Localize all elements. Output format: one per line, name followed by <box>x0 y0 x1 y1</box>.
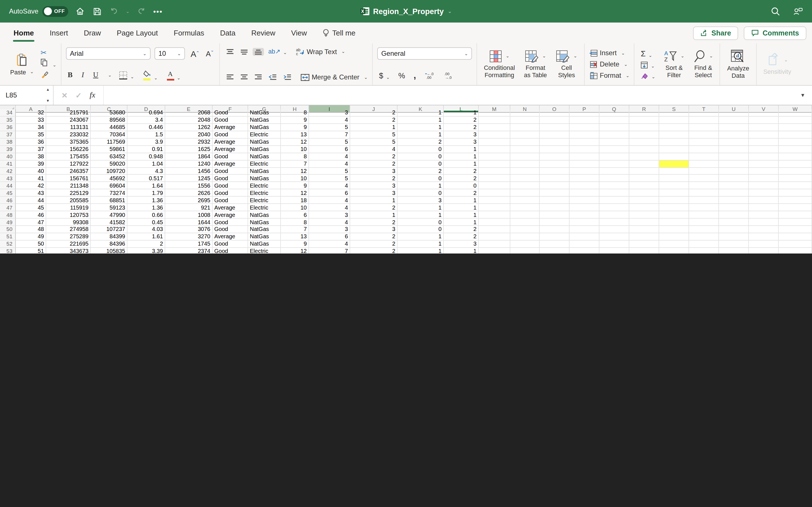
cell-J51[interactable]: 2 <box>350 233 398 240</box>
cell-A46[interactable]: 44 <box>16 197 46 204</box>
cell-U51[interactable] <box>719 233 749 240</box>
decrease-indent-button[interactable] <box>266 73 278 81</box>
tab-page-layout[interactable]: Page Layout <box>109 22 166 43</box>
cell-D46[interactable]: 1.36 <box>128 197 165 204</box>
name-box-spinner[interactable]: ▲▼ <box>46 88 50 103</box>
cell-C44[interactable]: 69604 <box>91 182 128 189</box>
row-header-53[interactable]: 53 <box>0 248 16 253</box>
cell-A45[interactable]: 43 <box>16 189 46 197</box>
cell-M43[interactable] <box>479 175 510 182</box>
search-icon[interactable] <box>770 6 780 16</box>
cell-Q50[interactable] <box>599 226 629 233</box>
row-header-36[interactable]: 36 <box>0 124 16 131</box>
cell-O34[interactable] <box>540 109 569 117</box>
cell-W53[interactable] <box>779 248 812 253</box>
cell-W46[interactable] <box>779 197 812 204</box>
row-header-49[interactable]: 49 <box>0 219 16 226</box>
cell-J46[interactable]: 1 <box>350 197 398 204</box>
cell-N34[interactable] <box>510 109 540 117</box>
cell-C41[interactable]: 59020 <box>91 160 128 168</box>
cell-O48[interactable] <box>540 211 569 219</box>
copy-button[interactable]: ⌄ <box>41 58 56 68</box>
cell-O41[interactable] <box>540 160 569 168</box>
cell-V48[interactable] <box>749 211 779 219</box>
cell-L41[interactable]: 1 <box>444 160 479 168</box>
cell-M37[interactable] <box>479 131 510 138</box>
cell-M51[interactable] <box>479 233 510 240</box>
cell-A37[interactable]: 35 <box>16 131 46 138</box>
cell-D51[interactable]: 1.61 <box>128 233 165 240</box>
cell-B35[interactable]: 243067 <box>46 117 91 124</box>
cell-C48[interactable]: 47990 <box>91 211 128 219</box>
cell-O39[interactable] <box>540 146 569 153</box>
cell-H50[interactable]: 7 <box>281 226 309 233</box>
cell-N50[interactable] <box>510 226 540 233</box>
cell-U40[interactable] <box>719 153 749 160</box>
cell-C45[interactable]: 73274 <box>91 189 128 197</box>
cell-E38[interactable]: 2932 <box>165 138 213 146</box>
cell-W43[interactable] <box>779 175 812 182</box>
cell-U36[interactable] <box>719 124 749 131</box>
cell-Q40[interactable] <box>599 153 629 160</box>
row-header-42[interactable]: 42 <box>0 168 16 175</box>
tab-formulas[interactable]: Formulas <box>166 22 212 43</box>
cell-I41[interactable]: 4 <box>309 160 350 168</box>
insert-cells-button[interactable]: Insert⌄ <box>589 49 629 57</box>
cell-M48[interactable] <box>479 211 510 219</box>
cell-A39[interactable]: 37 <box>16 146 46 153</box>
cell-J49[interactable]: 2 <box>350 219 398 226</box>
cell-B34[interactable]: 215791 <box>46 109 91 117</box>
cell-S53[interactable] <box>659 248 689 253</box>
cell-A43[interactable]: 41 <box>16 175 46 182</box>
cell-Q37[interactable] <box>599 131 629 138</box>
cell-A40[interactable]: 38 <box>16 153 46 160</box>
delete-cells-button[interactable]: Delete⌄ <box>589 60 629 68</box>
cell-V52[interactable] <box>749 240 779 248</box>
cell-I38[interactable]: 5 <box>309 138 350 146</box>
cell-K51[interactable]: 1 <box>398 233 444 240</box>
cell-F50[interactable]: Good <box>213 226 248 233</box>
cell-M36[interactable] <box>479 124 510 131</box>
cell-R44[interactable] <box>629 182 659 189</box>
cell-D44[interactable]: 1.64 <box>128 182 165 189</box>
cell-Q41[interactable] <box>599 160 629 168</box>
cell-V36[interactable] <box>749 124 779 131</box>
cell-Q43[interactable] <box>599 175 629 182</box>
bold-button[interactable]: B <box>66 70 74 80</box>
increase-indent-button[interactable] <box>281 73 293 81</box>
cell-V49[interactable] <box>749 219 779 226</box>
more-commands-icon[interactable]: ••• <box>153 7 163 15</box>
cell-O46[interactable] <box>540 197 569 204</box>
cell-O38[interactable] <box>540 138 569 146</box>
cell-K39[interactable]: 0 <box>398 146 444 153</box>
cell-P53[interactable] <box>569 248 599 253</box>
cell-K46[interactable]: 3 <box>398 197 444 204</box>
cell-F35[interactable]: Good <box>213 117 248 124</box>
cell-E44[interactable]: 1556 <box>165 182 213 189</box>
cell-R51[interactable] <box>629 233 659 240</box>
cell-V39[interactable] <box>749 146 779 153</box>
cell-R53[interactable] <box>629 248 659 253</box>
cell-H51[interactable]: 13 <box>281 233 309 240</box>
cell-K34[interactable]: 1 <box>398 109 444 117</box>
cell-V41[interactable] <box>749 160 779 168</box>
cell-K50[interactable]: 0 <box>398 226 444 233</box>
cell-C40[interactable]: 63452 <box>91 153 128 160</box>
cell-G43[interactable]: NatGas <box>248 175 281 182</box>
cell-E40[interactable]: 1864 <box>165 153 213 160</box>
cell-S35[interactable] <box>659 117 689 124</box>
cell-W41[interactable] <box>779 160 812 168</box>
cell-P35[interactable] <box>569 117 599 124</box>
cell-J45[interactable]: 3 <box>350 189 398 197</box>
align-bottom-button[interactable] <box>252 48 264 55</box>
cell-Q35[interactable] <box>599 117 629 124</box>
cell-N37[interactable] <box>510 131 540 138</box>
cell-G34[interactable]: NatGas <box>248 109 281 117</box>
row-header-38[interactable]: 38 <box>0 138 16 146</box>
cell-I35[interactable]: 4 <box>309 117 350 124</box>
cell-D53[interactable]: 3.39 <box>128 248 165 253</box>
cell-E37[interactable]: 2040 <box>165 131 213 138</box>
cell-N41[interactable] <box>510 160 540 168</box>
cell-M46[interactable] <box>479 197 510 204</box>
cell-C43[interactable]: 45692 <box>91 175 128 182</box>
